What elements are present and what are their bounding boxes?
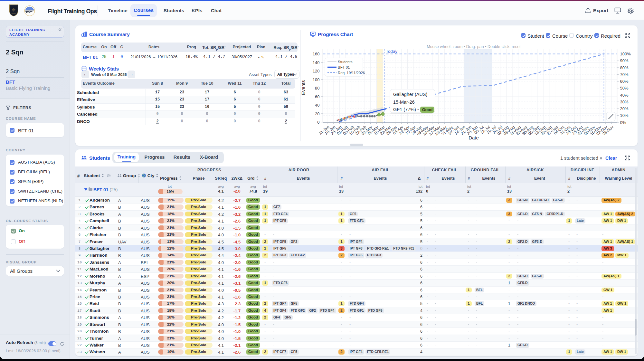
svg-text:90%: 90% xyxy=(620,58,629,63)
svg-text:50%: 50% xyxy=(620,86,629,90)
svg-text:Today: Today xyxy=(386,49,397,54)
svg-text:30%: 30% xyxy=(620,100,629,104)
svg-text:GF1 (77%) -: GF1 (77%) - xyxy=(393,107,419,112)
svg-text:BFT 01: BFT 01 xyxy=(338,65,350,69)
svg-text:Mouse wheel: zoom • Drag: pan: Mouse wheel: zoom • Drag: pan • Double-c… xyxy=(427,44,521,49)
svg-text:80%: 80% xyxy=(620,65,629,70)
svg-text:Date: Date xyxy=(469,135,479,140)
svg-text:140: 140 xyxy=(313,60,320,65)
svg-text:Req. 19/11/2026: Req. 19/11/2026 xyxy=(338,71,365,75)
svg-text:60: 60 xyxy=(315,94,319,99)
svg-text:60%: 60% xyxy=(620,79,629,84)
svg-text:15-Mar-26: 15-Mar-26 xyxy=(393,100,415,105)
svg-text:70%: 70% xyxy=(620,72,629,77)
svg-text:Gallagher (AUS): Gallagher (AUS) xyxy=(393,92,427,97)
svg-text:0: 0 xyxy=(317,120,319,125)
svg-text:10%: 10% xyxy=(620,113,629,118)
svg-text:Students: Students xyxy=(338,60,353,64)
svg-text:40%: 40% xyxy=(620,93,629,98)
svg-text:100%: 100% xyxy=(620,52,631,56)
svg-text:Events: Events xyxy=(300,80,306,95)
svg-text:20%: 20% xyxy=(620,106,629,111)
svg-text:160: 160 xyxy=(313,52,320,56)
svg-text:100: 100 xyxy=(313,77,320,82)
svg-text:40: 40 xyxy=(315,103,319,108)
svg-text:120: 120 xyxy=(313,69,320,73)
svg-text:20: 20 xyxy=(315,111,319,116)
svg-text:Good: Good xyxy=(422,108,433,112)
svg-text:0%: 0% xyxy=(620,120,626,125)
svg-text:80: 80 xyxy=(315,86,319,90)
